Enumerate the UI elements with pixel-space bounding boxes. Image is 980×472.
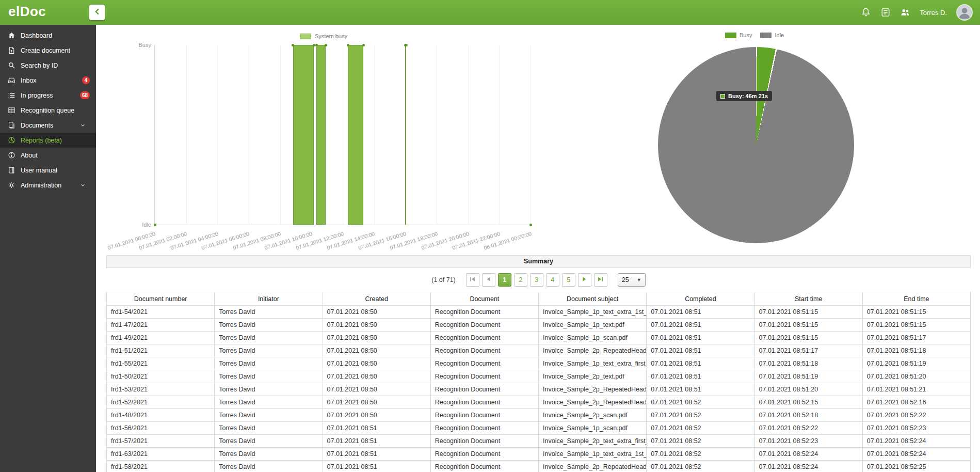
cell: Recognition Document — [430, 332, 538, 344]
sidebar-collapse-button[interactable] — [89, 5, 105, 20]
cell: 07.01.2021 08:51 — [647, 357, 754, 370]
table-row[interactable]: frd1-48/2021Torres David07.01.2021 08:50… — [107, 409, 971, 422]
cell: Recognition Document — [430, 319, 538, 332]
cell: frd1-48/2021 — [107, 409, 215, 422]
gridline — [437, 45, 437, 225]
pie-chart[interactable] — [658, 47, 854, 243]
table-row[interactable]: frd1-50/2021Torres David07.01.2021 08:50… — [107, 370, 971, 383]
next-page-button[interactable] — [578, 273, 591, 287]
avatar[interactable] — [956, 4, 973, 21]
bell-icon[interactable] — [861, 7, 871, 18]
column-header-document-subject[interactable]: Document subject — [539, 292, 647, 306]
gridline — [374, 45, 375, 225]
sidebar-item-documents[interactable]: Documents — [0, 118, 96, 133]
column-header-end-time[interactable]: End time — [862, 292, 970, 306]
cell: 07.01.2021 08:51:15 — [754, 319, 862, 332]
gridline — [499, 45, 500, 225]
table-row[interactable]: frd1-58/2021Torres David07.01.2021 08:51… — [107, 461, 971, 472]
cell: 07.01.2021 08:50 — [323, 344, 430, 357]
cell: frd1-55/2021 — [107, 357, 215, 370]
last-page-button[interactable] — [594, 273, 607, 287]
column-header-completed[interactable]: Completed — [647, 292, 754, 306]
cell: 07.01.2021 08:51:20 — [862, 370, 970, 383]
cell: frd1-51/2021 — [107, 344, 215, 357]
pie-chart-legend: Busy Idle — [725, 32, 784, 38]
sidebar-item-administration[interactable]: Administration — [0, 178, 96, 193]
badge: 4 — [82, 76, 90, 84]
table-body: frd1-54/2021Torres David07.01.2021 08:50… — [107, 306, 971, 472]
table-row[interactable]: frd1-54/2021Torres David07.01.2021 08:50… — [107, 306, 971, 319]
next-page-icon — [582, 276, 587, 284]
page-button-4[interactable]: 4 — [546, 273, 559, 287]
cell: Invoice_Sample_2p_text_extra_first_pag — [539, 435, 647, 448]
page-button-2[interactable]: 2 — [514, 273, 527, 287]
cell: Torres David — [215, 357, 323, 370]
cell: 07.01.2021 08:51:15 — [754, 306, 862, 319]
user-name[interactable]: Torres D. — [920, 9, 947, 17]
table-row[interactable]: frd1-49/2021Torres David07.01.2021 08:50… — [107, 332, 971, 344]
busy-chart-legend: System busy — [300, 33, 347, 39]
table-row[interactable]: frd1-51/2021Torres David07.01.2021 08:50… — [107, 344, 971, 357]
cell: Recognition Document — [430, 306, 538, 319]
cell: Torres David — [215, 422, 323, 435]
page-button-3[interactable]: 3 — [530, 273, 543, 287]
cell: 07.01.2021 08:52:24 — [754, 448, 862, 461]
table-row[interactable]: frd1-63/2021Torres David07.01.2021 08:51… — [107, 448, 971, 461]
sidebar-item-about[interactable]: About — [0, 148, 96, 163]
column-header-initiator[interactable]: Initiator — [215, 292, 323, 306]
y-axis-label-idle: Idle — [142, 222, 151, 228]
cell: Invoice_Sample_2p_RepeatedHeaders_ — [539, 383, 647, 396]
busy-timeline-plot: Busy Idle — [154, 45, 531, 225]
page-buttons: 12345 — [466, 273, 607, 287]
page-size-value: 25 — [622, 276, 629, 284]
cell: Torres David — [215, 448, 323, 461]
column-header-start-time[interactable]: Start time — [754, 292, 862, 306]
table-row[interactable]: frd1-57/2021Torres David07.01.2021 08:51… — [107, 435, 971, 448]
cell: Recognition Document — [430, 357, 538, 370]
page-button-1[interactable]: 1 — [498, 273, 511, 287]
cell: Torres David — [215, 332, 323, 344]
sidebar-item-create-document[interactable]: Create document — [0, 43, 96, 58]
cell: 07.01.2021 08:51:19 — [754, 370, 862, 383]
table-row[interactable]: frd1-47/2021Torres David07.01.2021 08:50… — [107, 319, 971, 332]
table-row[interactable]: frd1-53/2021Torres David07.01.2021 08:50… — [107, 383, 971, 396]
users-icon[interactable] — [900, 7, 910, 18]
sidebar-item-user-manual[interactable]: User manual — [0, 163, 96, 178]
page-button-5[interactable]: 5 — [562, 273, 575, 287]
column-header-document[interactable]: Document — [430, 292, 538, 306]
cell: Torres David — [215, 409, 323, 422]
sidebar-item-inbox[interactable]: Inbox4 — [0, 73, 96, 88]
cell: 07.01.2021 08:51 — [647, 332, 754, 344]
home-icon — [8, 32, 15, 39]
sidebar-item-dashboard[interactable]: Dashboard — [0, 28, 96, 43]
prev-page-button[interactable] — [482, 273, 495, 287]
table-row[interactable]: frd1-52/2021Torres David07.01.2021 08:50… — [107, 396, 971, 409]
cell: 07.01.2021 08:51:21 — [862, 383, 970, 396]
gridline — [217, 45, 218, 225]
sidebar-item-search-by-id[interactable]: Search by ID — [0, 58, 96, 73]
cell: Torres David — [215, 306, 323, 319]
app-logo[interactable]: elDoc — [8, 4, 46, 20]
sidebar-item-in-progress[interactable]: In progress68 — [0, 88, 96, 103]
cell: 07.01.2021 08:50 — [323, 306, 430, 319]
cell: 07.01.2021 08:51 — [647, 306, 754, 319]
recognition-queue-icon — [8, 106, 15, 114]
sidebar-item-reports-beta[interactable]: Reports (beta) — [0, 133, 96, 148]
column-header-created[interactable]: Created — [323, 292, 430, 306]
legend-entry-idle: Idle — [760, 32, 784, 38]
cell: 07.01.2021 08:52:24 — [862, 435, 970, 448]
reports-icon — [8, 136, 15, 144]
cell: Invoice_Sample_1p_text_extra_1st_pag — [539, 306, 647, 319]
page-size-select[interactable]: 25 ▼ — [618, 273, 646, 287]
column-header-document-number[interactable]: Document number — [107, 292, 215, 306]
table-row[interactable]: frd1-56/2021Torres David07.01.2021 08:51… — [107, 422, 971, 435]
inbox-icon — [8, 76, 15, 84]
release-notes-icon[interactable] — [880, 7, 891, 18]
first-page-button[interactable] — [466, 273, 479, 287]
user-manual-icon — [8, 166, 15, 174]
table-row[interactable]: frd1-55/2021Torres David07.01.2021 08:50… — [107, 357, 971, 370]
main-content: System busy Busy Idle 07.01.2021 00:00:0… — [96, 25, 980, 472]
cell: frd1-49/2021 — [107, 332, 215, 344]
sidebar-item-label: Documents — [21, 122, 53, 129]
sidebar-item-recognition-queue[interactable]: Recognition queue — [0, 103, 96, 118]
